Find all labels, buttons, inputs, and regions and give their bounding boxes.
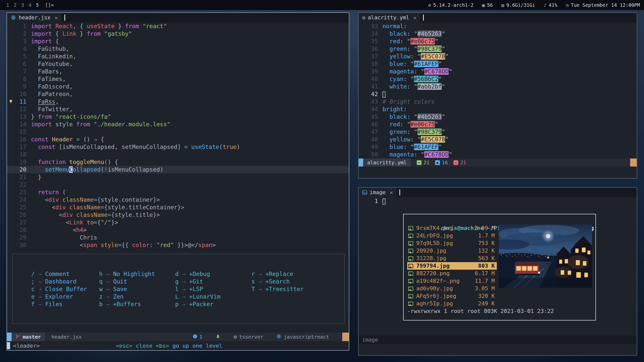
whichkey-key: /	[31, 270, 35, 278]
code-segment: )	[160, 166, 163, 173]
workspace-1[interactable]: 1	[4, 2, 11, 8]
code-segment: Link	[69, 219, 83, 226]
code-segment: className	[59, 196, 94, 203]
image-file-icon	[408, 279, 413, 283]
gear-icon: ⚙	[362, 15, 365, 21]
code-segment: FaRss	[38, 98, 55, 105]
code-line: 8 FaTimes,	[7, 75, 349, 83]
line-number: 35	[366, 37, 378, 45]
code-segment: style	[52, 121, 76, 128]
file-name: 882720.png	[416, 270, 475, 277]
code-segment: red	[383, 38, 400, 45]
tab-image[interactable]: image ×	[359, 188, 396, 197]
code-segment: "	[442, 113, 445, 120]
status-item: ♪41%	[544, 2, 557, 8]
cmdline-hint-segment: close	[132, 343, 156, 349]
code-segment: h4	[76, 227, 83, 233]
image-file-icon	[408, 271, 413, 276]
code-line: 48 yellow: "#E5C07B"	[359, 136, 637, 143]
command-line[interactable]: <leader> <esc> close <bs> go up one leve…	[7, 341, 349, 350]
workspace-4[interactable]: 4	[26, 2, 33, 8]
tab-label: alacritty.yml	[368, 15, 409, 21]
whichkey-item: l → +LSP	[175, 285, 251, 293]
arrow-icon: →	[179, 285, 189, 293]
sign-column	[7, 68, 15, 75]
react-icon	[11, 15, 16, 20]
code-segment: }}	[174, 242, 184, 248]
tab-label: header.jsx	[19, 15, 50, 21]
close-icon[interactable]: ×	[54, 15, 58, 21]
code-segment: blue	[383, 61, 403, 67]
tab-header-jsx[interactable]: header.jsx ×	[7, 13, 61, 22]
line-number: 2	[15, 30, 26, 37]
terminal-buffer[interactable]: 1 chris@machine~/Pictures/wallpapers/799…	[359, 197, 637, 336]
code-text: import {	[26, 37, 59, 45]
whichkey-key: h	[99, 270, 103, 278]
image-file-icon	[408, 264, 413, 268]
code-segment: @	[188, 242, 191, 248]
status-text: Tue September 14 12:00PM	[571, 2, 640, 8]
line-number: 38	[366, 60, 378, 68]
code-segment: "	[421, 68, 424, 75]
code-segment: Header	[48, 136, 73, 143]
code-segment: function	[31, 159, 66, 165]
code-segment: FaTwitter	[31, 106, 69, 112]
code-segment: "react"	[139, 23, 167, 29]
whichkey-popup: / → Comment; → Dashboardc → Close Buffer…	[12, 254, 345, 324]
code-segment: magenta	[383, 68, 414, 75]
status-text: 5.14.2-arch1-2	[433, 2, 473, 8]
code-segment: {	[52, 38, 59, 45]
diagnostic-icon	[193, 334, 197, 340]
command-line	[359, 344, 637, 355]
code-text: FaPatreon,	[26, 90, 73, 98]
code-line: 24 <div className={style.container}>	[7, 196, 349, 204]
code-line: 1import React, { useState } from "react"	[7, 22, 349, 30]
code-segment: magenta	[383, 151, 414, 158]
close-icon[interactable]: ×	[413, 15, 416, 21]
workspace-3[interactable]: 3	[19, 2, 26, 8]
line-number: 48	[366, 136, 378, 143]
line-number: 13	[15, 113, 26, 120]
code-segment: # Bright colors	[383, 98, 435, 105]
statusline: master header.jsx 1 ⚙ tsserver	[7, 333, 349, 341]
code-segment: Link	[62, 30, 76, 37]
workspace-5[interactable]: 5	[34, 2, 41, 8]
statusline: image	[359, 336, 637, 344]
sign-column	[7, 204, 15, 211]
code-lines: 33normal:34 black: "#4b5263"35 red: "#e0…	[359, 22, 637, 158]
whichkey-item: h → No Highlight	[99, 270, 175, 278]
code-line: 7 FaBars,	[7, 68, 349, 75]
code-text: import React, { useState } from "react"	[26, 22, 167, 30]
code-segment: FaBars	[31, 68, 59, 75]
sign-column	[7, 75, 15, 83]
code-segment: ,	[115, 144, 122, 150]
code-segment: const	[31, 136, 48, 143]
workspace-2[interactable]: 2	[11, 2, 19, 8]
code-segment: <	[31, 204, 55, 211]
code-line: 41 white: "#abb2bf"	[359, 83, 637, 90]
tab-alacritty-yml[interactable]: ⚙ alacritty.yml ×	[359, 13, 420, 22]
code-segment: to	[83, 219, 94, 226]
code-segment: :	[403, 61, 410, 67]
statusline-accent	[630, 158, 637, 167]
line-number: 41	[366, 83, 378, 90]
code-segment: (	[101, 166, 104, 173]
line-number: 44	[366, 105, 378, 113]
code-segment	[188, 144, 191, 150]
code-segment: #98C379	[418, 46, 442, 52]
whichkey-item: f → Files	[31, 300, 99, 308]
code-editor[interactable]: 1import React, { useState } from "react"…	[7, 22, 349, 333]
code-segment: color	[132, 242, 149, 248]
status-text: 41%	[549, 2, 557, 8]
whichkey-item: / → Comment	[31, 270, 99, 278]
arrow-icon: →	[179, 300, 189, 308]
line-number: 46	[366, 120, 378, 128]
code-segment: .	[132, 212, 136, 218]
line-number: 22	[15, 181, 26, 188]
close-icon[interactable]: ×	[390, 189, 393, 196]
code-editor[interactable]: 33normal:34 black: "#4b5263"35 red: "#e0…	[359, 22, 637, 158]
line-number: 43	[366, 98, 378, 105]
code-segment: Chris	[31, 234, 97, 241]
sign-column	[359, 60, 366, 68]
code-segment: #61AFEF	[414, 144, 438, 150]
